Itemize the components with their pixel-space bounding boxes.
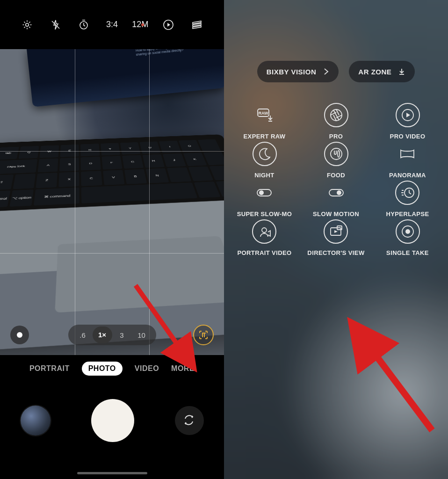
mode-label: FOOD	[327, 172, 345, 179]
camera-viewfinder[interactable]: Can you use own keywords or predefined o…	[0, 49, 224, 355]
exposure-lock-button[interactable]	[10, 326, 29, 344]
switch-camera-button[interactable]	[175, 406, 204, 435]
zoom-option[interactable]: 10	[132, 331, 152, 339]
switch-camera-icon	[183, 414, 195, 427]
zoom-selector[interactable]: .61×310	[68, 325, 156, 345]
timer-icon	[78, 19, 89, 30]
food-icon	[324, 142, 348, 166]
mode-label: NIGHT	[254, 172, 274, 179]
timer-button[interactable]	[74, 15, 93, 34]
mode-label: SINGLE TAKE	[386, 249, 429, 256]
resolution-button[interactable]: 12M	[131, 15, 150, 34]
camera-controls-row	[0, 388, 224, 453]
mode-label: PANORAMA	[389, 172, 426, 179]
svg-point-19	[405, 229, 410, 234]
camera-app-more-pane: BIXBY VISION AR ZONE RAWEXPERT RAWPROPRO…	[224, 0, 448, 479]
mode-panorama[interactable]: PANORAMA	[389, 142, 426, 179]
chevron-right-icon	[323, 68, 329, 75]
bixby-vision-button[interactable]: BIXBY VISION	[257, 61, 339, 82]
zoom-option[interactable]: .6	[73, 331, 93, 339]
svg-point-15	[262, 228, 267, 232]
camera-app-photo-pane: 3:4 12M Can you use own keywords or pred…	[0, 0, 224, 479]
motion-photo-button[interactable]	[159, 15, 178, 34]
pill-label: AR ZONE	[358, 68, 391, 76]
svg-point-13	[337, 190, 341, 195]
svg-line-20	[355, 327, 432, 430]
recording-indicator-dot	[141, 23, 144, 26]
mode-tab-portrait[interactable]: PORTRAIT	[29, 364, 70, 373]
mode-label: PRO VIDEO	[390, 133, 426, 140]
filters-icon	[191, 19, 203, 31]
mode-night[interactable]: NIGHT	[253, 142, 277, 179]
raw-download-icon: RAW	[253, 103, 277, 127]
mode-tab-video[interactable]: VIDEO	[135, 364, 159, 373]
portrait-video-icon	[252, 219, 276, 244]
camera-top-toolbar: 3:4 12M	[0, 0, 224, 49]
zoom-option[interactable]: 3	[112, 331, 132, 339]
top-pill-row: BIXBY VISION AR ZONE	[224, 61, 448, 82]
play-circle-icon	[396, 103, 420, 127]
aspect-ratio-button[interactable]: 3:4	[103, 15, 122, 34]
shutter-button[interactable]	[91, 399, 134, 442]
mode-pro[interactable]: PRO	[324, 103, 348, 140]
pill-label: BIXBY VISION	[267, 68, 317, 76]
mode-label: SLOW MOTION	[313, 210, 359, 218]
mode-hyperlapse[interactable]: HYPERLAPSE	[386, 181, 429, 218]
settings-button[interactable]	[18, 15, 36, 34]
gallery-thumbnail[interactable]	[21, 406, 51, 435]
directors-view-icon	[324, 219, 348, 244]
aperture-icon	[324, 103, 348, 127]
mode-tab-more[interactable]: MORE	[171, 364, 195, 373]
flash-off-icon	[50, 19, 61, 30]
mode-expert-raw[interactable]: RAWEXPERT RAW	[244, 103, 286, 140]
download-icon	[398, 68, 405, 75]
mode-slow-motion[interactable]: SLOW MOTION	[313, 181, 359, 218]
motion-photo-icon	[162, 19, 174, 31]
mode-food[interactable]: FOOD	[324, 142, 348, 179]
mode-label: PRO	[329, 133, 343, 140]
mode-label: DIRECTOR'S VIEW	[307, 249, 364, 256]
mode-single-take[interactable]: SINGLE TAKE	[386, 219, 429, 256]
document-scan-button[interactable]	[193, 325, 214, 345]
home-indicator[interactable]	[77, 472, 147, 474]
svg-point-11	[259, 190, 264, 195]
ar-zone-button[interactable]: AR ZONE	[349, 61, 415, 82]
toggle-right-icon	[324, 181, 348, 205]
zoom-option[interactable]: 1×	[93, 327, 112, 343]
mode-label: HYPERLAPSE	[386, 210, 429, 218]
flash-button[interactable]	[46, 15, 65, 34]
mode-portrait-video[interactable]: PORTRAIT VIDEO	[237, 219, 291, 256]
panorama-icon	[395, 142, 419, 166]
mode-tab-photo[interactable]: PHOTO	[82, 362, 123, 376]
camera-mode-tabs[interactable]: PORTRAITPHOTOVIDEOMORE	[0, 362, 224, 376]
single-take-icon	[396, 219, 420, 244]
mode-label: EXPERT RAW	[244, 133, 286, 140]
gear-icon	[22, 19, 33, 30]
hyperlapse-icon	[395, 181, 419, 205]
svg-point-0	[26, 23, 29, 26]
camera-bottom-bar: PORTRAITPHOTOVIDEOMORE	[0, 355, 224, 479]
mode-pro-video[interactable]: PRO VIDEO	[390, 103, 426, 140]
annotation-arrow-to-directors-view	[339, 318, 441, 442]
svg-text:RAW: RAW	[258, 111, 268, 116]
zoom-and-tools-row: .61×310	[0, 315, 224, 355]
filters-button[interactable]	[188, 15, 206, 34]
mode-director-s-view[interactable]: DIRECTOR'S VIEW	[307, 219, 364, 256]
text-scan-icon	[198, 330, 209, 340]
moon-icon	[253, 142, 277, 166]
toggle-left-icon	[252, 181, 276, 205]
mode-label: PORTRAIT VIDEO	[237, 249, 291, 256]
mode-label: SUPER SLOW-MO	[237, 210, 292, 218]
mode-super-slow-mo[interactable]: SUPER SLOW-MO	[237, 181, 292, 218]
